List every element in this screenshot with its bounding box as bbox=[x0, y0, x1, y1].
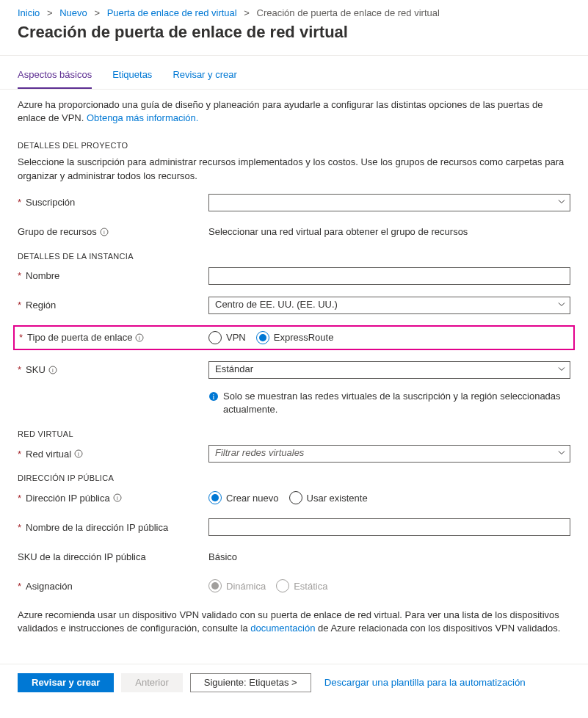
breadcrumb-link-0[interactable]: Inicio bbox=[18, 7, 40, 18]
subscription-select[interactable] bbox=[208, 194, 570, 211]
intro-text: Azure ha proporcionado una guía de diseñ… bbox=[18, 98, 570, 125]
section-public-ip-header: DIRECCIÓN IP PÚBLICA bbox=[18, 474, 570, 482]
svg-text:i: i bbox=[139, 335, 141, 341]
info-icon[interactable]: i bbox=[100, 228, 109, 236]
breadcrumb-current: Creación de puerta de enlace de red virt… bbox=[257, 7, 440, 18]
subscription-label: *Suscripción bbox=[18, 197, 208, 208]
svg-text:i: i bbox=[104, 229, 105, 236]
tab-tags[interactable]: Etiquetas bbox=[112, 69, 152, 89]
public-ip-create-new-radio[interactable]: Crear nuevo bbox=[208, 491, 279, 504]
assignment-label: *Asignación bbox=[18, 581, 208, 592]
vnet-select[interactable]: Filtrar redes virtuales bbox=[208, 445, 570, 463]
section-project-desc: Seleccione la suscripción para administr… bbox=[18, 156, 570, 182]
info-icon[interactable]: i bbox=[135, 333, 144, 342]
info-icon[interactable]: i bbox=[74, 449, 83, 458]
breadcrumb-link-1[interactable]: Nuevo bbox=[59, 7, 87, 18]
chevron-right-icon: > bbox=[94, 7, 100, 18]
assignment-dynamic-radio: Dinámica bbox=[208, 579, 266, 592]
name-input[interactable] bbox=[208, 267, 570, 285]
section-vnet-header: RED VIRTUAL bbox=[18, 429, 570, 438]
previous-button: Anterior bbox=[121, 673, 183, 692]
gateway-type-expressroute-radio[interactable]: ExpressRoute bbox=[256, 331, 334, 344]
section-project-header: DETALLES DEL PROYECTO bbox=[18, 141, 570, 150]
info-icon[interactable]: i bbox=[48, 366, 57, 374]
public-ip-name-input[interactable] bbox=[208, 518, 570, 536]
page-title: Creación de puerta de enlace de red virt… bbox=[0, 21, 588, 55]
breadcrumb: Inicio > Nuevo > Puerta de enlace de red… bbox=[0, 0, 588, 21]
gateway-type-vpn-radio[interactable]: VPN bbox=[208, 331, 246, 344]
button-bar: Revisar y crear Anterior Siguiente: Etiq… bbox=[0, 664, 588, 707]
public-ip-sku-label: SKU de la dirección IP pública bbox=[18, 551, 208, 562]
chevron-right-icon: > bbox=[47, 7, 53, 18]
tabs: Aspectos básicos Etiquetas Revisar y cre… bbox=[0, 56, 588, 90]
public-ip-name-label: *Nombre de la dirección IP pública bbox=[18, 522, 208, 533]
svg-text:i: i bbox=[78, 451, 79, 457]
section-instance-header: DETALLES DE LA INSTANCIA bbox=[18, 252, 570, 261]
region-label: *Región bbox=[18, 300, 208, 311]
gateway-type-highlight: *Tipo de puerta de enlace i VPN ExpressR… bbox=[13, 325, 575, 350]
info-icon[interactable]: i bbox=[113, 493, 122, 502]
documentation-link[interactable]: documentación bbox=[250, 623, 315, 634]
resource-group-label: Grupo de recursos i bbox=[18, 226, 208, 237]
info-icon: i bbox=[208, 391, 219, 402]
vnet-filter-note: i Solo se muestran las redes virtuales d… bbox=[208, 390, 570, 416]
footer-note: Azure recomienda usar un dispositivo VPN… bbox=[18, 609, 570, 635]
download-template-link[interactable]: Descargar una plantilla para la automati… bbox=[324, 677, 526, 688]
sku-label: *SKU i bbox=[18, 364, 208, 375]
next-button[interactable]: Siguiente: Etiquetas > bbox=[190, 673, 311, 692]
svg-text:i: i bbox=[52, 367, 54, 374]
breadcrumb-link-2[interactable]: Puerta de enlace de red virtual bbox=[107, 7, 237, 18]
region-select[interactable]: Centro de EE. UU. (EE. UU.) bbox=[208, 297, 570, 314]
svg-text:i: i bbox=[117, 495, 118, 501]
vnet-label: *Red virtual i bbox=[18, 449, 208, 460]
svg-text:i: i bbox=[213, 392, 215, 400]
chevron-right-icon: > bbox=[244, 7, 250, 18]
public-ip-label: *Dirección IP pública i bbox=[18, 493, 208, 504]
learn-more-link[interactable]: Obtenga más información. bbox=[87, 112, 198, 123]
sku-select[interactable]: Estándar bbox=[208, 361, 570, 379]
name-label: *Nombre bbox=[18, 270, 208, 281]
public-ip-sku-value: Básico bbox=[208, 551, 570, 562]
resource-group-value: Seleccionar una red virtual para obtener… bbox=[208, 226, 570, 237]
tab-review[interactable]: Revisar y crear bbox=[173, 69, 236, 89]
gateway-type-label: *Tipo de puerta de enlace i bbox=[18, 332, 208, 343]
tab-basics[interactable]: Aspectos básicos bbox=[18, 69, 92, 89]
review-create-button[interactable]: Revisar y crear bbox=[18, 673, 114, 692]
public-ip-use-existing-radio[interactable]: Usar existente bbox=[289, 491, 368, 504]
assignment-static-radio: Estática bbox=[276, 579, 327, 592]
